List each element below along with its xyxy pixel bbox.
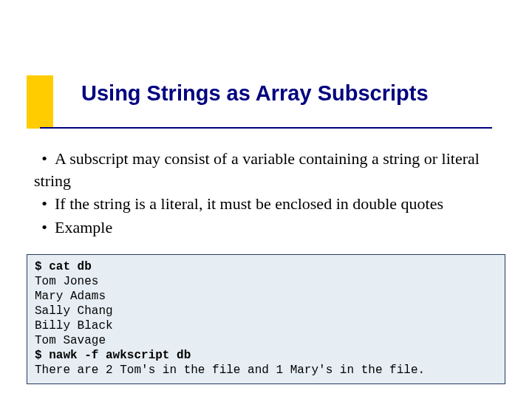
bullet-text: Example: [55, 218, 112, 236]
code-line: Billy Black: [35, 318, 497, 333]
code-output: There are 2 Tom's in the file and 1 Mary…: [35, 363, 497, 378]
code-line: Tom Jones: [35, 274, 497, 289]
code-line: Sally Chang: [35, 304, 497, 318]
title-underline: [40, 127, 492, 129]
code-command: $ cat db: [35, 259, 497, 274]
bullet-text: If the string is a literal, it must be e…: [55, 194, 443, 213]
bullet-item: •If the string is a literal, it must be …: [34, 193, 514, 215]
bullet-list: •A subscript may consist of a variable c…: [34, 148, 514, 240]
bullet-item: •A subscript may consist of a variable c…: [34, 148, 514, 191]
code-line: Mary Adams: [35, 289, 497, 304]
bullet-item: •Example: [34, 216, 514, 239]
slide: Using Strings as Array Subscripts •A sub…: [0, 0, 532, 399]
code-block: $ cat db Tom Jones Mary Adams Sally Chan…: [27, 254, 505, 384]
code-line: Tom Savage: [35, 333, 497, 348]
code-command: $ nawk -f awkscript db: [35, 348, 497, 363]
bullet-text: A subscript may consist of a variable co…: [34, 149, 480, 190]
slide-title: Using Strings as Array Subscripts: [81, 81, 429, 106]
accent-block: [27, 75, 53, 129]
